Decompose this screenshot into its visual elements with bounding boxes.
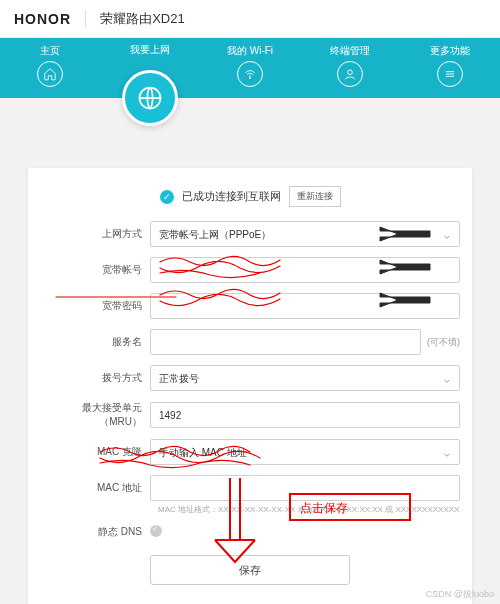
menu-icon xyxy=(437,61,463,87)
label-dial: 拨号方式 xyxy=(40,371,150,385)
row-mru: 最大接受单元（MRU） xyxy=(40,401,460,429)
user-icon xyxy=(337,61,363,87)
row-service: 服务名 (可不填) xyxy=(40,329,460,355)
select-dial[interactable]: 正常拨号 xyxy=(150,365,460,391)
input-account[interactable] xyxy=(150,257,460,283)
nav-label: 主页 xyxy=(40,44,60,58)
label-service: 服务名 xyxy=(40,335,150,349)
dns-toggle[interactable] xyxy=(150,525,162,537)
label-dns: 静态 DNS xyxy=(40,525,150,539)
row-account: 宽带帐号 xyxy=(40,257,460,283)
nav-wifi[interactable]: 我的 Wi-Fi xyxy=(220,44,280,87)
status-text: 已成功连接到互联网 xyxy=(182,189,281,204)
label-mac: MAC 地址 xyxy=(40,481,150,495)
row-macclone: MAC 克隆 手动输入 MAC 地址 xyxy=(40,439,460,465)
check-icon: ✓ xyxy=(160,190,174,204)
product-name: 荣耀路由XD21 xyxy=(85,10,185,28)
save-button[interactable]: 保存 xyxy=(150,555,350,585)
label-password: 宽带密码 xyxy=(40,299,150,313)
connection-status: ✓ 已成功连接到互联网 重新连接 xyxy=(40,178,460,221)
nav-label: 更多功能 xyxy=(430,44,470,58)
nav-more[interactable]: 更多功能 xyxy=(420,44,480,87)
svg-point-1 xyxy=(249,78,250,79)
mac-format-hint: MAC 地址格式：XX-XX-XX-XX-XX-XX 或 XX:XX:XX:XX… xyxy=(158,505,460,515)
input-service[interactable] xyxy=(150,329,421,355)
svg-point-2 xyxy=(348,70,353,75)
home-icon xyxy=(37,61,63,87)
input-mru[interactable] xyxy=(150,402,460,428)
settings-card: ✓ 已成功连接到互联网 重新连接 上网方式 宽带帐号上网（PPPoE） 宽带帐号… xyxy=(28,168,472,604)
reconnect-button[interactable]: 重新连接 xyxy=(289,186,341,207)
input-password[interactable] xyxy=(150,293,460,319)
row-mac: MAC 地址 xyxy=(40,475,460,501)
nav-clients[interactable]: 终端管理 xyxy=(320,44,380,87)
app-header: HONOR 荣耀路由XD21 xyxy=(0,0,500,38)
globe-icon xyxy=(122,70,178,126)
row-dial: 拨号方式 正常拨号 xyxy=(40,365,460,391)
label-macclone: MAC 克隆 xyxy=(40,445,150,459)
select-macclone[interactable]: 手动输入 MAC 地址 xyxy=(150,439,460,465)
label-mode: 上网方式 xyxy=(40,227,150,241)
row-mode: 上网方式 宽带帐号上网（PPPoE） xyxy=(40,221,460,247)
label-account: 宽带帐号 xyxy=(40,263,150,277)
row-dns: 静态 DNS xyxy=(40,523,460,541)
nav-label: 我的 Wi-Fi xyxy=(227,44,273,58)
wifi-icon xyxy=(237,61,263,87)
nav-home[interactable]: 主页 xyxy=(20,44,80,87)
main-nav: 主页 我要上网 我的 Wi-Fi 终端管理 更多功能 xyxy=(0,38,500,98)
brand-logo: HONOR xyxy=(14,11,71,27)
nav-label: 终端管理 xyxy=(330,44,370,58)
hint-service: (可不填) xyxy=(427,336,460,349)
nav-internet[interactable]: 我要上网 xyxy=(120,43,180,126)
input-mac[interactable] xyxy=(150,475,460,501)
nav-label: 我要上网 xyxy=(130,43,170,57)
watermark: CSDN @拔luobo xyxy=(426,588,494,601)
select-mode[interactable]: 宽带帐号上网（PPPoE） xyxy=(150,221,460,247)
row-password: 宽带密码 xyxy=(40,293,460,319)
label-mru: 最大接受单元（MRU） xyxy=(40,401,150,429)
